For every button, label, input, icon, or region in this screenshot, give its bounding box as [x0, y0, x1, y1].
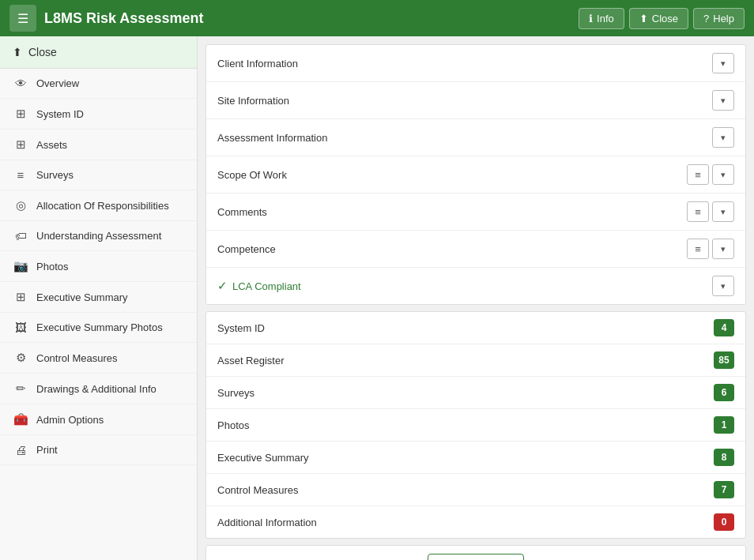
summary-card: System ID 4 Asset Register 85 Surveys 6 …	[205, 311, 746, 539]
sidebar-item-allocation[interactable]: ◎ Allocation Of Responsibilities	[0, 190, 197, 221]
summary-additional-info-label: Additional Information	[217, 517, 714, 528]
comments-dropdown[interactable]: ▾	[712, 201, 734, 222]
summary-additional-info-badge: 0	[714, 513, 734, 531]
sidebar-item-surveys[interactable]: ≡ Surveys	[0, 160, 197, 190]
lca-text: LCA Compliant	[232, 280, 301, 292]
help-icon: ?	[703, 13, 709, 24]
sidebar-close-button[interactable]: ⬆ Close	[0, 36, 197, 69]
scope-actions: ≡ ▾	[687, 164, 734, 185]
summary-row-surveys: Surveys 6	[206, 377, 745, 409]
sidebar-item-exec-summary[interactable]: ⊞ Executive Summary	[0, 282, 197, 313]
app-title: L8MS Risk Assessment	[44, 10, 571, 27]
sidebar-item-control-measures[interactable]: ⚙ Control Measures	[0, 343, 197, 374]
sidebar-item-label: Surveys	[36, 169, 74, 181]
sidebar: ⬆ Close 👁 Overview ⊞ System ID ⊞ Assets …	[0, 36, 198, 560]
lca-dropdown[interactable]: ▾	[712, 276, 734, 296]
surveys-icon: ≡	[13, 168, 28, 182]
content-area: Client Information ▾ Site Information ▾ …	[198, 36, 754, 560]
sidebar-close-label: Close	[28, 46, 57, 58]
summary-row-control-measures: Control Measures 7	[206, 474, 745, 506]
sidebar-item-photos[interactable]: 📷 Photos	[0, 251, 197, 282]
close-header-button[interactable]: ⬆ Close	[629, 8, 688, 29]
system-id-icon: ⊞	[13, 107, 28, 121]
allocation-icon: ◎	[13, 198, 28, 212]
sidebar-item-label: Executive Summary	[36, 291, 128, 303]
summary-system-id-label: System ID	[217, 322, 714, 334]
sidebar-item-label: Drawings & Additional Info	[36, 383, 156, 395]
sidebar-item-label: Photos	[36, 261, 68, 272]
comments-label: Comments	[217, 206, 687, 218]
control-measures-icon: ⚙	[13, 351, 28, 365]
sidebar-item-label: System ID	[36, 108, 84, 120]
overview-icon: 👁	[13, 77, 28, 90]
sidebar-item-label: Control Measures	[36, 352, 118, 364]
info-label: Info	[597, 13, 614, 24]
sidebar-item-label: Understanding Assessment	[36, 230, 161, 242]
summary-row-exec-summary: Executive Summary 8	[206, 442, 745, 474]
info-button[interactable]: ℹ Info	[579, 8, 624, 29]
sidebar-item-admin-options[interactable]: 🧰 Admin Options	[0, 404, 197, 435]
upload-icon: ⬆	[639, 13, 648, 24]
summary-asset-register-label: Asset Register	[217, 355, 714, 366]
site-info-label: Site Information	[217, 95, 712, 107]
competence-dropdown[interactable]: ▾	[712, 239, 734, 259]
scope-dropdown[interactable]: ▾	[712, 164, 734, 185]
site-info-actions: ▾	[712, 90, 734, 111]
info-icon: ℹ	[589, 13, 593, 24]
sidebar-item-understanding[interactable]: 🏷 Understanding Assessment	[0, 221, 197, 251]
summary-row-additional-info: Additional Information 0	[206, 506, 745, 538]
sidebar-item-label: Print	[36, 444, 58, 456]
sidebar-item-label: Admin Options	[36, 414, 104, 426]
summary-control-measures-badge: 7	[714, 481, 734, 498]
summary-exec-summary-label: Executive Summary	[217, 452, 714, 464]
sidebar-item-assets[interactable]: ⊞ Assets	[0, 130, 197, 160]
sidebar-item-print[interactable]: 🖨 Print	[0, 435, 197, 465]
top-sections-card: Client Information ▾ Site Information ▾ …	[205, 44, 746, 305]
assessment-info-dropdown[interactable]: ▾	[712, 127, 734, 148]
sidebar-item-exec-summary-photos[interactable]: 🖼 Executive Summary Photos	[0, 313, 197, 343]
assessment-info-row: Assessment Information ▾	[206, 119, 745, 156]
competence-label: Competence	[217, 243, 687, 255]
scope-list-button[interactable]: ≡	[687, 164, 709, 185]
summary-surveys-label: Surveys	[217, 387, 714, 399]
competence-row: Competence ≡ ▾	[206, 231, 745, 268]
summary-row-system-id: System ID 4	[206, 312, 745, 344]
checkmark-icon: ✓	[217, 279, 228, 293]
sidebar-item-drawings[interactable]: ✏ Drawings & Additional Info	[0, 374, 197, 404]
sidebar-item-label: Assets	[36, 139, 67, 151]
summary-row-photos: Photos 1	[206, 409, 745, 442]
lca-row: ✓ LCA Compliant ▾	[206, 268, 745, 304]
extract-bar: 📄 Extract File	[205, 545, 746, 560]
print-icon: 🖨	[13, 443, 28, 457]
client-info-row: Client Information ▾	[206, 45, 745, 82]
summary-surveys-badge: 6	[714, 384, 734, 401]
assessment-info-label: Assessment Information	[217, 132, 712, 144]
sidebar-item-label: Executive Summary Photos	[36, 321, 163, 333]
exec-summary-photos-icon: 🖼	[13, 321, 28, 334]
comments-actions: ≡ ▾	[687, 201, 734, 222]
close-up-icon: ⬆	[13, 46, 22, 58]
menu-button[interactable]: ☰	[9, 5, 36, 32]
sidebar-item-system-id[interactable]: ⊞ System ID	[0, 99, 197, 130]
site-info-dropdown[interactable]: ▾	[712, 90, 734, 111]
summary-asset-register-badge: 85	[714, 351, 734, 369]
exec-summary-icon: ⊞	[13, 290, 28, 304]
extract-file-button[interactable]: 📄 Extract File	[428, 554, 523, 560]
admin-icon: 🧰	[13, 412, 28, 427]
main-layout: ⬆ Close 👁 Overview ⊞ System ID ⊞ Assets …	[0, 36, 754, 560]
comments-row: Comments ≡ ▾	[206, 194, 745, 231]
understanding-icon: 🏷	[13, 229, 28, 242]
site-info-row: Site Information ▾	[206, 82, 745, 119]
assets-icon: ⊞	[13, 137, 28, 152]
help-button[interactable]: ? Help	[693, 8, 745, 29]
competence-list-button[interactable]: ≡	[687, 239, 709, 259]
client-info-dropdown[interactable]: ▾	[712, 53, 734, 73]
lca-label: ✓ LCA Compliant	[217, 279, 712, 293]
summary-photos-badge: 1	[714, 416, 734, 434]
comments-list-button[interactable]: ≡	[687, 201, 709, 222]
lca-actions: ▾	[712, 276, 734, 296]
header-buttons: ℹ Info ⬆ Close ? Help	[579, 8, 745, 29]
sidebar-item-overview[interactable]: 👁 Overview	[0, 69, 197, 99]
sidebar-item-label: Allocation Of Responsibilities	[36, 200, 169, 212]
competence-actions: ≡ ▾	[687, 239, 734, 259]
